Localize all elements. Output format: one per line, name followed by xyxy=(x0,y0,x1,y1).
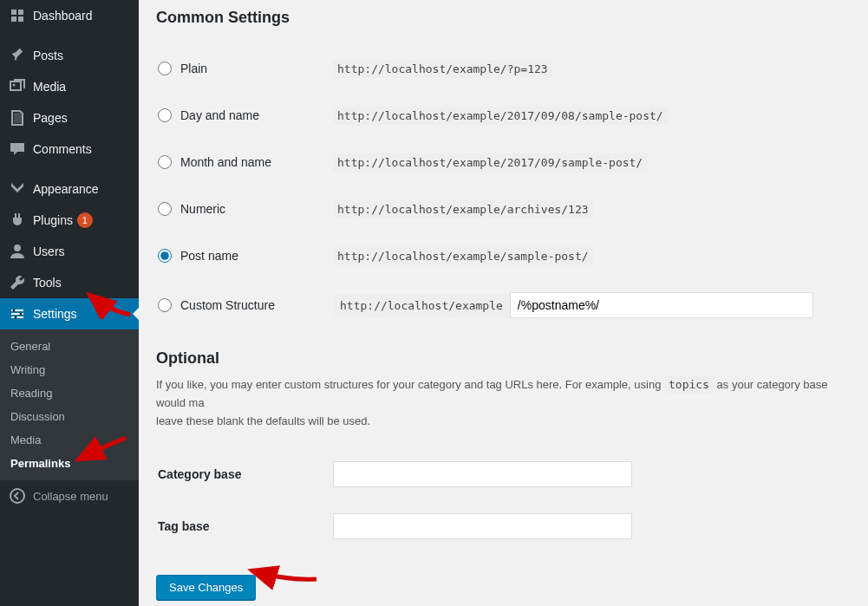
svg-point-1 xyxy=(14,244,21,251)
permalink-radio[interactable] xyxy=(158,155,172,169)
main-content: Common Settings Plainhttp://localhost/ex… xyxy=(139,0,868,606)
sidebar-item-appearance[interactable]: Appearance xyxy=(0,173,139,205)
collapse-menu[interactable]: Collapse menu xyxy=(0,480,139,512)
submenu-item-writing[interactable]: Writing xyxy=(0,358,139,381)
submenu-item-media[interactable]: Media xyxy=(0,428,139,452)
optional-description: If you like, you may enter custom struct… xyxy=(156,376,851,430)
submenu-item-general[interactable]: General xyxy=(0,335,139,358)
save-changes-button[interactable]: Save Changes xyxy=(156,575,256,600)
permalink-example: http://localhost/example/?p=123 xyxy=(333,60,552,78)
tag-base-input[interactable] xyxy=(333,513,632,539)
sidebar-item-label: Users xyxy=(33,244,65,258)
comments-icon xyxy=(9,140,26,158)
svg-point-3 xyxy=(20,313,23,316)
permalink-example: http://localhost/example/2017/09/08/samp… xyxy=(333,107,668,125)
sidebar-item-label: Pages xyxy=(33,111,68,125)
sidebar-item-users[interactable]: Users xyxy=(0,236,139,267)
submenu-item-reading[interactable]: Reading xyxy=(0,381,139,405)
sidebar-item-comments[interactable]: Comments xyxy=(0,134,139,165)
media-icon xyxy=(9,78,26,95)
tools-icon xyxy=(9,274,26,291)
custom-structure-radio[interactable] xyxy=(158,298,172,312)
sidebar-item-tools[interactable]: Tools xyxy=(0,267,139,298)
svg-point-2 xyxy=(13,310,16,312)
category-base-input[interactable] xyxy=(333,461,632,487)
svg-point-0 xyxy=(13,84,16,87)
appearance-icon xyxy=(9,180,26,198)
collapse-label: Collapse menu xyxy=(33,490,108,503)
permalink-example: http://localhost/example/sample-post/ xyxy=(333,247,593,265)
submenu-item-discussion[interactable]: Discussion xyxy=(0,405,139,428)
sidebar-item-label: Plugins xyxy=(33,213,73,227)
custom-structure-option[interactable]: Custom Structure xyxy=(158,298,323,312)
pages-icon xyxy=(9,109,26,127)
plugins-icon xyxy=(9,212,26,229)
sidebar-item-label: Appearance xyxy=(33,182,99,196)
sidebar-item-label: Posts xyxy=(33,49,63,62)
common-settings-heading: Common Settings xyxy=(156,9,851,27)
sidebar-item-media[interactable]: Media xyxy=(0,71,139,102)
sidebar-item-posts[interactable]: Posts xyxy=(0,40,139,71)
admin-sidebar: DashboardPostsMediaPagesCommentsAppearan… xyxy=(0,0,139,606)
permalink-option-plain[interactable]: Plain xyxy=(158,62,323,75)
pin-icon xyxy=(9,47,26,64)
collapse-icon xyxy=(9,487,26,505)
sidebar-item-settings[interactable]: Settings xyxy=(0,298,139,329)
custom-structure-prefix: http://localhost/example xyxy=(333,294,510,317)
sidebar-item-label: Media xyxy=(33,80,66,94)
sidebar-item-pages[interactable]: Pages xyxy=(0,102,139,134)
permalink-radio[interactable] xyxy=(158,62,172,75)
permalink-option-label: Month and name xyxy=(180,155,271,169)
permalink-radio[interactable] xyxy=(158,249,172,263)
users-icon xyxy=(9,243,26,260)
permalink-option-label: Post name xyxy=(180,249,238,263)
dashboard-icon xyxy=(9,7,26,24)
permalink-option-label: Plain xyxy=(180,62,207,75)
permalink-option-label: Numeric xyxy=(180,202,225,216)
sidebar-item-label: Settings xyxy=(33,307,77,321)
permalink-option-day-and-name[interactable]: Day and name xyxy=(158,108,323,122)
permalink-option-post-name[interactable]: Post name xyxy=(158,249,323,263)
permalink-radio[interactable] xyxy=(158,108,172,122)
permalink-option-month-and-name[interactable]: Month and name xyxy=(158,155,323,169)
custom-structure-input[interactable] xyxy=(510,292,813,318)
permalink-radio[interactable] xyxy=(158,202,172,216)
permalink-options-table: Plainhttp://localhost/example/?p=123Day … xyxy=(156,44,851,332)
svg-point-4 xyxy=(15,316,17,319)
sidebar-item-label: Dashboard xyxy=(33,9,93,23)
update-badge: 1 xyxy=(77,212,93,228)
sidebar-item-dashboard[interactable]: Dashboard xyxy=(0,0,139,31)
svg-point-5 xyxy=(10,489,24,503)
permalink-option-label: Day and name xyxy=(180,108,259,122)
category-base-label: Category base xyxy=(158,449,331,499)
tag-base-label: Tag base xyxy=(158,501,331,551)
sidebar-item-plugins[interactable]: Plugins1 xyxy=(0,205,139,236)
permalink-option-numeric[interactable]: Numeric xyxy=(158,202,323,216)
permalink-example: http://localhost/example/2017/09/sample-… xyxy=(333,153,647,172)
custom-structure-label: Custom Structure xyxy=(180,298,275,312)
submenu-item-permalinks[interactable]: Permalinks xyxy=(0,452,139,475)
settings-icon xyxy=(9,305,26,323)
permalink-example: http://localhost/example/archives/123 xyxy=(333,200,593,218)
optional-heading: Optional xyxy=(156,349,851,368)
sidebar-item-label: Tools xyxy=(33,276,62,290)
sidebar-item-label: Comments xyxy=(33,142,92,156)
